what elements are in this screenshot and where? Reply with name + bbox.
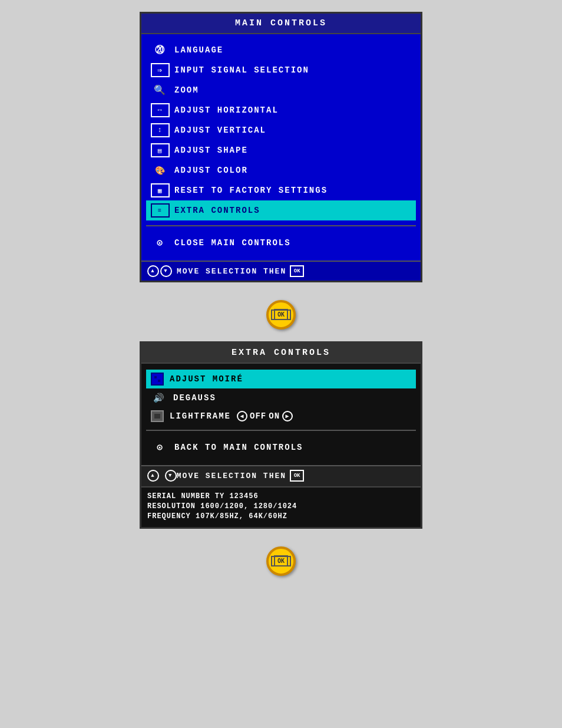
main-controls-body: ⑳ LANGUAGE ⇒ INPUT SIGNAL SELECTION 🔍 ZO… xyxy=(141,34,421,261)
menu-item-adjust-vertical[interactable]: ↕ ADJUST VERTICAL xyxy=(146,120,416,140)
extra-divider xyxy=(146,430,416,431)
resolution-info: RESOLUTION 1600/1200, 1280/1024 xyxy=(147,502,415,510)
extra-controls-title: EXTRA CONTROLS xyxy=(141,343,421,364)
menu-item-zoom[interactable]: 🔍 ZOOM xyxy=(146,80,416,100)
lightframe-off-icon[interactable]: ◀ xyxy=(237,411,247,421)
reset-factory-icon: ▦ xyxy=(151,183,170,197)
extra-controls-footer: ▲ ▼ MOVE SELECTION THEN OK xyxy=(141,465,421,486)
extra-controls-label: EXTRA CONTROLS xyxy=(174,206,260,215)
extra-controls-icon: ≡ xyxy=(151,203,170,218)
adjust-shape-icon: ▤ xyxy=(151,143,170,157)
serial-number: SERIAL NUMBER TY 123456 xyxy=(147,492,415,500)
svg-rect-4 xyxy=(154,414,160,419)
menu-item-language[interactable]: ⑳ LANGUAGE xyxy=(146,40,416,60)
ok-button-small[interactable]: OK xyxy=(290,265,304,277)
extra-info-section: SERIAL NUMBER TY 123456 RESOLUTION 1600/… xyxy=(141,486,421,527)
main-controls-panel: MAIN CONTROLS ⑳ LANGUAGE ⇒ INPUT SIGNAL … xyxy=(140,12,422,282)
menu-item-degauss[interactable]: 🔊 DEGAUSS xyxy=(146,388,416,407)
extra-ok-button-small[interactable]: OK xyxy=(290,470,304,482)
language-icon: ⑳ xyxy=(151,43,170,57)
main-controls-title: MAIN CONTROLS xyxy=(141,14,421,34)
extra-controls-panel: EXTRA CONTROLS ADJUST MOIRÉ 🔊 DEGAUSS LI… xyxy=(140,341,422,529)
menu-item-extra-controls[interactable]: ≡ EXTRA CONTROLS xyxy=(146,200,416,220)
adjust-horizontal-label: ADJUST HORIZONTAL xyxy=(174,106,279,115)
extra-nav-down-icon: ▼ xyxy=(165,470,177,482)
frequency-info: FREQUENCY 107K/85HZ, 64K/60HZ xyxy=(147,512,415,521)
lightframe-text-label: LIGHTFRAME xyxy=(170,411,231,421)
main-controls-footer: ▲ ▼ MOVE SELECTION THEN OK xyxy=(141,261,421,281)
extra-footer-row: ▲ ▼ MOVE SELECTION THEN OK xyxy=(147,470,415,482)
svg-rect-2 xyxy=(158,380,160,382)
adjust-color-label: ADJUST COLOR xyxy=(174,166,248,175)
nav-down-icon: ▼ xyxy=(160,265,172,277)
adjust-vertical-label: ADJUST VERTICAL xyxy=(174,126,266,135)
svg-rect-1 xyxy=(154,376,157,378)
off-label[interactable]: OFF xyxy=(250,411,266,421)
back-label: BACK TO MAIN CONTROLS xyxy=(174,443,303,452)
footer-text: MOVE SELECTION THEN xyxy=(177,267,286,276)
adjust-shape-label: ADJUST SHAPE xyxy=(174,146,248,155)
degauss-label: DEGAUSS xyxy=(173,393,216,403)
lightframe-svg xyxy=(153,413,161,420)
input-signal-label: INPUT SIGNAL SELECTION xyxy=(174,65,309,75)
close-main-controls[interactable]: ⊙ CLOSE MAIN CONTROLS xyxy=(146,231,416,255)
extra-nav-icons: ▲ ▼ xyxy=(147,470,177,482)
adjust-vertical-icon: ↕ xyxy=(151,123,170,137)
lightframe-off-on: ◀ OFF ON ▶ xyxy=(237,411,293,421)
ok-label: OK xyxy=(271,309,291,320)
lightframe-icon xyxy=(151,410,164,422)
close-main-label: CLOSE MAIN CONTROLS xyxy=(174,238,291,248)
extra-nav-up-icon: ▲ xyxy=(147,470,159,482)
ok-label-bottom: OK xyxy=(271,556,291,566)
extra-footer-text: MOVE SELECTION THEN xyxy=(177,472,286,480)
menu-item-adjust-horizontal[interactable]: ↔ ADJUST HORIZONTAL xyxy=(146,100,416,120)
input-signal-icon: ⇒ xyxy=(151,63,170,77)
back-icon: ⊙ xyxy=(151,440,170,454)
menu-item-input-signal[interactable]: ⇒ INPUT SIGNAL SELECTION xyxy=(146,60,416,80)
ok-button-large-bottom[interactable]: OK xyxy=(266,546,296,576)
moire-svg xyxy=(154,375,161,383)
adjust-horizontal-icon: ↔ xyxy=(151,103,170,117)
main-divider xyxy=(146,225,416,226)
zoom-label: ZOOM xyxy=(174,85,199,95)
menu-item-reset-factory[interactable]: ▦ RESET TO FACTORY SETTINGS xyxy=(146,180,416,200)
menu-item-lightframe[interactable]: LIGHTFRAME ◀ OFF ON ▶ xyxy=(146,407,416,425)
reset-factory-label: RESET TO FACTORY SETTINGS xyxy=(174,186,328,195)
moire-icon xyxy=(151,373,164,386)
ok-button-large[interactable]: OK xyxy=(266,300,296,330)
menu-item-adjust-moire[interactable]: ADJUST MOIRÉ xyxy=(146,370,416,388)
extra-controls-body: ADJUST MOIRÉ 🔊 DEGAUSS LIGHTFRAME ◀ OFF … xyxy=(141,364,421,465)
menu-item-adjust-color[interactable]: 🎨 ADJUST COLOR xyxy=(146,160,416,180)
lightframe-on-icon[interactable]: ▶ xyxy=(282,411,293,421)
close-icon: ⊙ xyxy=(151,236,170,250)
adjust-moire-label: ADJUST MOIRÉ xyxy=(170,374,243,384)
back-to-main-controls[interactable]: ⊙ BACK TO MAIN CONTROLS xyxy=(146,436,416,459)
menu-item-adjust-shape[interactable]: ▤ ADJUST SHAPE xyxy=(146,140,416,160)
nav-up-icon: ▲ xyxy=(147,265,159,277)
adjust-color-icon: 🎨 xyxy=(151,163,170,177)
nav-icons: ▲ ▼ xyxy=(147,265,172,277)
degauss-icon: 🔊 xyxy=(151,391,167,404)
on-label[interactable]: ON xyxy=(269,411,280,421)
language-label: LANGUAGE xyxy=(174,45,223,55)
zoom-icon: 🔍 xyxy=(151,83,170,97)
